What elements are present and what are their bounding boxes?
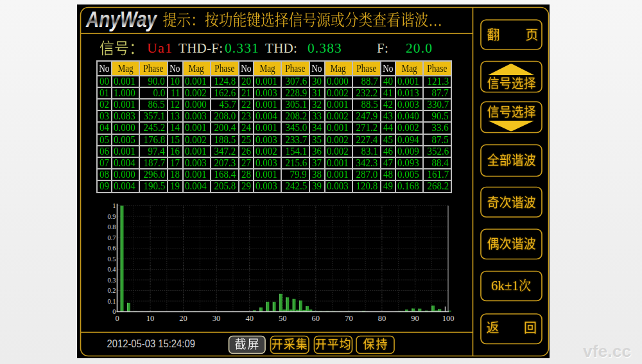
svg-text:80: 80 xyxy=(378,314,386,323)
svg-text:0.383: 0.383 xyxy=(308,40,342,56)
svg-text:AnyWay: AnyWay xyxy=(85,6,158,32)
svg-text:0.1: 0.1 xyxy=(107,298,116,305)
svg-text:0.9: 0.9 xyxy=(107,213,116,220)
svg-text:10: 10 xyxy=(146,314,155,323)
svg-text:70: 70 xyxy=(345,314,353,323)
svg-text:0: 0 xyxy=(115,314,119,323)
svg-text:THD:: THD: xyxy=(265,40,297,56)
svg-text:vfe.cc: vfe.cc xyxy=(583,342,631,361)
svg-text:20: 20 xyxy=(179,314,187,323)
svg-text:0.7: 0.7 xyxy=(107,234,116,241)
svg-text:1: 1 xyxy=(112,202,116,209)
svg-text:90: 90 xyxy=(411,314,419,323)
svg-text:20.0: 20.0 xyxy=(406,40,433,56)
svg-text:0.6: 0.6 xyxy=(107,245,116,252)
svg-text:0.8: 0.8 xyxy=(107,223,116,230)
svg-text:30: 30 xyxy=(213,314,221,323)
svg-text:60: 60 xyxy=(312,314,320,323)
svg-text:0.2: 0.2 xyxy=(107,287,116,294)
svg-text:0.5: 0.5 xyxy=(107,256,116,263)
svg-text:0.4: 0.4 xyxy=(107,266,116,273)
svg-text:0.3: 0.3 xyxy=(107,277,116,284)
svg-text:0.331: 0.331 xyxy=(225,40,259,56)
svg-text:6k±1: 6k±1 xyxy=(491,278,519,293)
svg-text:40: 40 xyxy=(245,314,254,323)
svg-text:THD-F:: THD-F: xyxy=(178,40,223,56)
svg-text:100: 100 xyxy=(442,314,455,323)
svg-text:Ua1: Ua1 xyxy=(147,40,173,56)
svg-text:50: 50 xyxy=(279,314,287,323)
svg-text:F:: F: xyxy=(377,40,388,56)
svg-text:2012-05-03 15:24:09: 2012-05-03 15:24:09 xyxy=(107,336,195,349)
